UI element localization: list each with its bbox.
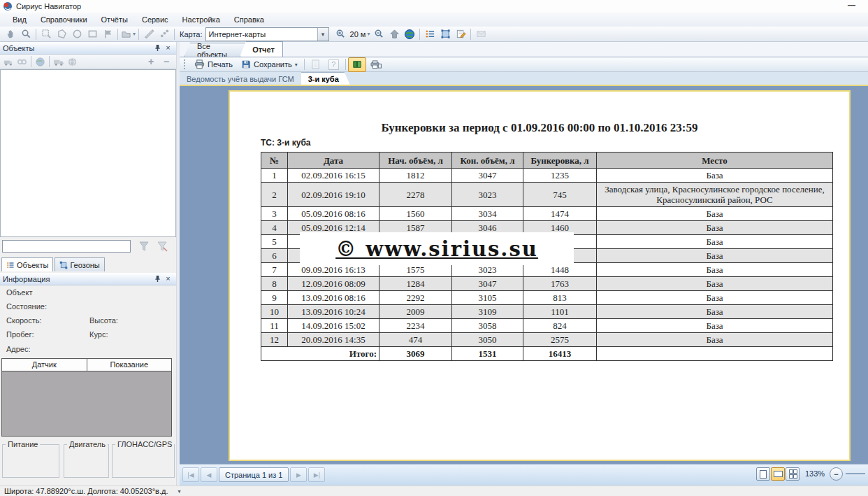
link-icon[interactable] bbox=[17, 57, 27, 67]
report-viewport[interactable]: Бункеровки за период с 01.09.2016 00:00 … bbox=[180, 85, 868, 464]
polygon-select-button[interactable] bbox=[54, 27, 69, 42]
report-table-cell: 3047 bbox=[452, 277, 523, 291]
print-preview-button[interactable] bbox=[366, 57, 386, 72]
map-combo-label: Карта: bbox=[180, 30, 203, 38]
tab-report-label: Отчет bbox=[252, 45, 275, 54]
add-vehicle-icon[interactable] bbox=[3, 57, 14, 67]
state-label: Состояние: bbox=[6, 302, 47, 311]
report-table-cell: 14.09.2016 15:02 bbox=[288, 319, 379, 333]
report-table-cell: 3047 bbox=[452, 169, 523, 183]
menu-help[interactable]: Справка bbox=[227, 14, 271, 25]
layers-dropdown-button[interactable]: ▾ bbox=[120, 27, 136, 42]
rect-select-button[interactable] bbox=[85, 27, 100, 42]
toolbar-drag-handle[interactable] bbox=[184, 59, 187, 69]
ruler-button[interactable] bbox=[141, 27, 157, 42]
circle-icon bbox=[72, 29, 82, 39]
save-button[interactable]: Сохранить ▾ bbox=[237, 57, 302, 72]
filter-input[interactable] bbox=[2, 240, 131, 253]
truck-icon[interactable] bbox=[53, 57, 64, 67]
menu-settings[interactable]: Настройка bbox=[175, 14, 227, 25]
geozones-button[interactable] bbox=[437, 27, 453, 42]
zoom-out-slider-button[interactable]: − bbox=[830, 467, 843, 481]
report-table-cell: 10 bbox=[261, 305, 288, 319]
report-table-cell: 3058 bbox=[452, 319, 523, 333]
menu-directories[interactable]: Справочники bbox=[34, 14, 94, 25]
scale-dropdown[interactable]: 20 м ▾ bbox=[350, 30, 370, 38]
scale-caret-icon: ▾ bbox=[367, 31, 370, 37]
tab-all-objects[interactable]: Все объекты bbox=[184, 43, 249, 57]
sensor-col-header: Датчик bbox=[2, 359, 87, 371]
menu-service[interactable]: Сервис bbox=[135, 14, 175, 25]
speed-label: Скорость: bbox=[6, 316, 42, 325]
globe-button[interactable] bbox=[402, 27, 417, 42]
fit-width-view-button[interactable] bbox=[771, 467, 785, 481]
clear-filter-button[interactable] bbox=[155, 241, 169, 252]
flag-button[interactable] bbox=[100, 27, 115, 42]
pin-icon[interactable] bbox=[152, 43, 163, 53]
menu-reports[interactable]: Отчёты bbox=[94, 14, 135, 25]
tab-report[interactable]: Отчет bbox=[240, 41, 283, 57]
menu-view[interactable]: Вид bbox=[6, 14, 34, 25]
power-groupbox: Питание bbox=[2, 444, 59, 478]
report-table-cell: База bbox=[597, 169, 833, 183]
polygon-select-icon bbox=[57, 29, 67, 39]
report-table-cell: 2292 bbox=[379, 291, 452, 305]
print-button[interactable]: Печать bbox=[190, 57, 237, 72]
report-table-cell: 6 bbox=[261, 249, 288, 263]
objects-toolbar: + − bbox=[0, 55, 176, 69]
zoom-out-button[interactable] bbox=[371, 27, 386, 42]
prev-page-button[interactable]: ◀ bbox=[201, 467, 217, 482]
close-icon[interactable]: × bbox=[163, 43, 173, 53]
filter-button[interactable] bbox=[137, 241, 151, 252]
menu-bar: Вид Справочники Отчёты Сервис Настройка … bbox=[0, 13, 868, 27]
info-pin-icon[interactable] bbox=[152, 274, 163, 284]
zoom-select-button[interactable] bbox=[18, 27, 34, 42]
zoom-level: 133% bbox=[800, 467, 830, 478]
page-setup-button[interactable] bbox=[307, 57, 324, 72]
circle-select-button[interactable] bbox=[69, 27, 85, 42]
track-button[interactable] bbox=[157, 27, 172, 42]
mail-button[interactable] bbox=[473, 27, 489, 42]
tab-gsm-vedomost[interactable]: Ведомость учёта выдачи ГСМ bbox=[180, 73, 301, 85]
world-icon[interactable] bbox=[67, 57, 78, 67]
total-label: Итого: bbox=[261, 347, 379, 361]
info-close-icon[interactable]: × bbox=[163, 274, 173, 284]
last-page-button[interactable]: ▶| bbox=[308, 467, 325, 482]
report-table-cell: 1101 bbox=[523, 305, 597, 319]
pan-hand-button[interactable] bbox=[3, 27, 18, 42]
home-view-button[interactable] bbox=[386, 27, 402, 42]
report-table-cell: 1812 bbox=[379, 169, 452, 183]
zoom-in-button[interactable] bbox=[333, 27, 349, 42]
zoom-slider-track[interactable] bbox=[846, 473, 865, 474]
tab-geozones[interactable]: Геозоны bbox=[55, 257, 104, 271]
object-list-button[interactable] bbox=[422, 27, 437, 42]
zoom-region-button[interactable] bbox=[38, 27, 54, 42]
help-button[interactable]: ? bbox=[324, 57, 343, 72]
single-page-view-button[interactable] bbox=[756, 467, 770, 481]
report-table-cell: 3023 bbox=[452, 183, 523, 207]
tab-3i-kuba[interactable]: 3-и куба bbox=[301, 72, 350, 85]
next-page-button[interactable]: ▶ bbox=[290, 467, 307, 482]
edit-notes-button[interactable] bbox=[453, 27, 468, 42]
objects-list[interactable] bbox=[0, 69, 176, 237]
map-source-combobox[interactable]: Интернет-карты ▾ bbox=[205, 27, 329, 41]
col-header-date: Дата bbox=[288, 153, 379, 169]
minimize-button[interactable]: — bbox=[848, 1, 855, 9]
status-caret-icon[interactable]: ▾ bbox=[178, 488, 180, 495]
objects-panel-title: Объекты bbox=[3, 44, 152, 52]
book-view-toggle-button[interactable] bbox=[348, 57, 366, 72]
remove-button[interactable]: − bbox=[159, 54, 174, 69]
objects-sidebar: Объекты × + − bbox=[0, 42, 176, 486]
report-table-cell: 12.09.2016 08:09 bbox=[288, 277, 379, 291]
report-table-row: 1013.09.2016 10:24200931091101База bbox=[261, 305, 833, 319]
globe-small-icon[interactable] bbox=[35, 57, 45, 67]
multi-page-icon bbox=[789, 469, 797, 479]
total-start-volume: 3069 bbox=[379, 347, 452, 361]
add-button[interactable]: + bbox=[143, 54, 159, 69]
report-table-cell: База bbox=[597, 263, 833, 277]
multi-page-view-button[interactable] bbox=[786, 467, 800, 481]
tab-objects[interactable]: Объекты bbox=[1, 257, 53, 271]
geozone-polygon-icon bbox=[440, 29, 451, 39]
first-page-button[interactable]: |◀ bbox=[182, 467, 199, 482]
funnel-clear-icon bbox=[157, 241, 168, 252]
